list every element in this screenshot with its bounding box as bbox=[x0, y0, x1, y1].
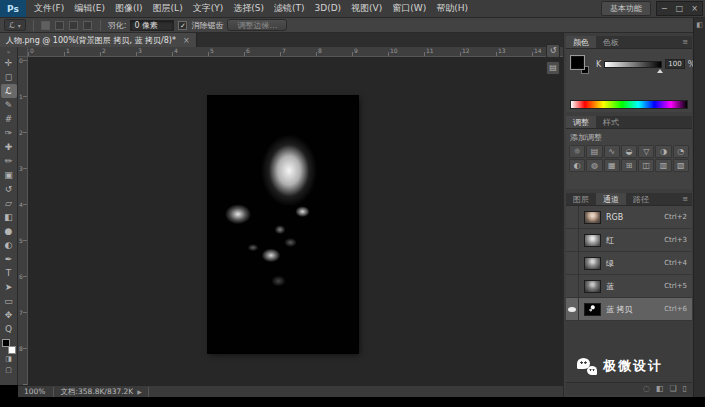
eyedropper-tool-icon[interactable]: ✑ bbox=[1, 126, 17, 140]
menu-item[interactable]: 图层(L) bbox=[148, 0, 188, 17]
tool-preset-picker[interactable]: ℒ ▾ bbox=[4, 19, 26, 31]
color-lookup-icon[interactable]: ⊞ bbox=[621, 159, 637, 172]
tab-color[interactable]: 颜色 bbox=[566, 36, 596, 48]
antialias-checkbox[interactable]: ✓ bbox=[178, 21, 187, 30]
menu-item[interactable]: 滤镜(T) bbox=[269, 0, 310, 17]
channel-row-rgb[interactable]: RGB Ctrl+2 bbox=[566, 206, 692, 229]
menu-item[interactable]: 帮助(H) bbox=[431, 0, 473, 17]
brush-tool-icon[interactable]: ✏ bbox=[1, 154, 17, 168]
shape-tool-icon[interactable]: ▭ bbox=[1, 294, 17, 308]
panel-menu-icon[interactable]: ≡ bbox=[682, 193, 692, 205]
quick-mask-icon[interactable]: ◨ bbox=[1, 354, 17, 365]
visibility-cell[interactable] bbox=[566, 206, 579, 228]
foreground-color-swatch[interactable] bbox=[571, 56, 584, 69]
channel-mixer-icon[interactable]: ▦ bbox=[604, 159, 620, 172]
refine-edge-button[interactable]: 调整边缘… bbox=[227, 19, 287, 31]
clone-stamp-tool-icon[interactable]: ▣ bbox=[1, 168, 17, 182]
path-selection-tool-icon[interactable]: ➤ bbox=[1, 280, 17, 294]
brightness-contrast-icon[interactable]: ☼ bbox=[569, 145, 585, 158]
eraser-tool-icon[interactable]: ▱ bbox=[1, 196, 17, 210]
threshold-icon[interactable]: ▧ bbox=[673, 159, 689, 172]
posterize-icon[interactable]: ▥ bbox=[655, 159, 671, 172]
collapsed-history-panel-icon[interactable]: ↺ bbox=[546, 44, 560, 58]
menu-item[interactable]: 文字(Y) bbox=[188, 0, 229, 17]
tab-layers[interactable]: 图层 bbox=[566, 193, 596, 205]
channel-row-blue-copy[interactable]: 蓝 拷贝 Ctrl+6 bbox=[566, 298, 692, 321]
feather-input[interactable]: 0 像素 bbox=[130, 20, 174, 31]
pen-tool-icon[interactable]: ✒ bbox=[1, 252, 17, 266]
rect-marquee-tool-icon[interactable]: ◻ bbox=[1, 70, 17, 84]
restore-button[interactable]: □ bbox=[672, 2, 687, 15]
workspace-switcher[interactable]: 基本功能 bbox=[601, 1, 651, 16]
k-value-input[interactable]: 100 bbox=[665, 59, 684, 69]
levels-icon[interactable]: ▤ bbox=[586, 145, 602, 158]
delete-channel-icon[interactable]: ▯ bbox=[683, 383, 687, 395]
invert-icon[interactable]: ◫ bbox=[638, 159, 654, 172]
tab-styles[interactable]: 样式 bbox=[596, 116, 626, 128]
close-tab-icon[interactable]: × bbox=[183, 36, 190, 45]
black-white-icon[interactable]: ◐ bbox=[569, 159, 585, 172]
document-canvas-image[interactable] bbox=[208, 96, 358, 353]
add-to-selection-mode-icon[interactable] bbox=[55, 21, 64, 30]
curves-icon[interactable]: ∿ bbox=[604, 145, 620, 158]
hue-saturation-icon[interactable]: ◑ bbox=[655, 145, 671, 158]
background-color-swatch[interactable] bbox=[8, 346, 16, 354]
menu-item[interactable]: 选择(S) bbox=[228, 0, 269, 17]
channel-row-green[interactable]: 绿 Ctrl+4 bbox=[566, 252, 692, 275]
lasso-tool-icon[interactable]: ℒ bbox=[1, 84, 17, 98]
menu-item[interactable]: 编辑(E) bbox=[69, 0, 110, 17]
quick-selection-tool-icon[interactable]: ✎ bbox=[1, 98, 17, 112]
color-spectrum-ramp[interactable] bbox=[570, 100, 688, 109]
panel-menu-icon[interactable]: ≡ bbox=[682, 36, 692, 48]
photo-filter-icon[interactable]: ◍ bbox=[586, 159, 602, 172]
menu-item[interactable]: 3D(D) bbox=[309, 0, 346, 17]
move-tool-icon[interactable]: ✛ bbox=[1, 56, 17, 70]
visibility-eye-icon[interactable] bbox=[568, 307, 576, 312]
document-tab[interactable]: 人物.png @ 100%(背景图层 拷贝, 蓝 拷贝/8)* × bbox=[0, 33, 197, 47]
minimize-button[interactable]: ─ bbox=[657, 2, 672, 15]
screen-mode-icon[interactable]: ▢ bbox=[1, 365, 17, 376]
visibility-cell[interactable] bbox=[566, 252, 579, 274]
zoom-level[interactable]: 100% bbox=[24, 387, 45, 396]
new-selection-mode-icon[interactable] bbox=[41, 21, 50, 30]
blur-tool-icon[interactable]: ● bbox=[1, 224, 17, 238]
canvas[interactable] bbox=[28, 57, 563, 385]
menu-item[interactable]: 图像(I) bbox=[110, 0, 148, 17]
load-channel-as-selection-icon[interactable]: ◌ bbox=[643, 383, 650, 395]
hand-tool-icon[interactable]: ✥ bbox=[1, 308, 17, 322]
tab-swatches[interactable]: 色板 bbox=[596, 36, 626, 48]
spot-healing-brush-tool-icon[interactable]: ✚ bbox=[1, 140, 17, 154]
visibility-cell[interactable] bbox=[566, 275, 579, 297]
intersect-selection-mode-icon[interactable] bbox=[83, 21, 92, 30]
color-balance-icon[interactable]: ◔ bbox=[673, 145, 689, 158]
close-button[interactable]: × bbox=[687, 2, 702, 15]
vibrance-icon[interactable]: ▽ bbox=[638, 145, 654, 158]
status-arrow-icon[interactable]: ▶ bbox=[137, 388, 142, 395]
menu-item[interactable]: 窗口(W) bbox=[387, 0, 431, 17]
type-tool-icon[interactable]: T bbox=[1, 266, 17, 280]
collapse-toolbar-icon[interactable]: » bbox=[7, 48, 11, 56]
menu-item[interactable]: 视图(V) bbox=[346, 0, 387, 17]
zoom-tool-icon[interactable]: Q bbox=[1, 322, 17, 336]
gradient-tool-icon[interactable]: ◧ bbox=[1, 210, 17, 224]
new-channel-icon[interactable]: ❏ bbox=[669, 383, 676, 395]
visibility-cell[interactable] bbox=[566, 229, 579, 251]
dodge-tool-icon[interactable]: ◐ bbox=[1, 238, 17, 252]
channel-row-blue[interactable]: 蓝 Ctrl+5 bbox=[566, 275, 692, 298]
subtract-from-selection-mode-icon[interactable] bbox=[69, 21, 78, 30]
visibility-cell[interactable] bbox=[566, 298, 579, 320]
exposure-icon[interactable]: ◒ bbox=[621, 145, 637, 158]
channel-row-red[interactable]: 红 Ctrl+3 bbox=[566, 229, 692, 252]
tab-channels[interactable]: 通道 bbox=[596, 193, 626, 205]
slider-knob[interactable] bbox=[657, 69, 663, 73]
foreground-color-swatch[interactable] bbox=[2, 339, 10, 347]
menu-item[interactable]: 文件(F) bbox=[29, 0, 69, 17]
save-selection-as-channel-icon[interactable]: ◧ bbox=[656, 383, 664, 395]
crop-tool-icon[interactable]: # bbox=[1, 112, 17, 126]
tab-paths[interactable]: 路径 bbox=[626, 193, 656, 205]
collapsed-properties-panel-icon[interactable]: ▤ bbox=[546, 61, 560, 75]
tab-adjustments[interactable]: 调整 bbox=[566, 116, 596, 128]
k-slider[interactable] bbox=[604, 61, 662, 68]
history-brush-tool-icon[interactable]: ↺ bbox=[1, 182, 17, 196]
ruler-origin-corner[interactable] bbox=[18, 47, 28, 57]
